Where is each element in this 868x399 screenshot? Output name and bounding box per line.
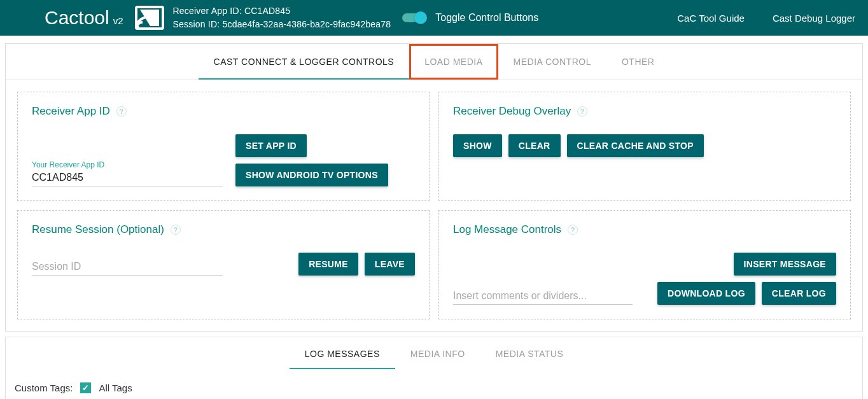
panel-receiver-app-id: Receiver App ID ? Your Receiver App ID S… [17,92,430,201]
toggle-switch[interactable] [402,13,424,22]
all-tags-label: All Tags [99,382,132,393]
insert-message-button[interactable]: INSERT MESSAGE [734,253,836,276]
cast-icon [135,6,164,30]
custom-tags-label: Custom Tags: [15,382,73,393]
receiver-app-id-value: CC1AD845 [244,6,290,16]
panels-grid: Receiver App ID ? Your Receiver App ID S… [6,80,862,331]
log-card: LOG MESSAGES MEDIA INFO MEDIA STATUS Cus… [5,337,863,399]
main-tabs: CAST CONNECT & LOGGER CONTROLS LOAD MEDI… [6,44,862,80]
log-tab-media-status[interactable]: MEDIA STATUS [480,337,579,369]
leave-button[interactable]: LEAVE [365,253,415,276]
help-icon[interactable]: ? [577,106,587,116]
tab-media-control[interactable]: MEDIA CONTROL [498,44,606,80]
overlay-show-button[interactable]: SHOW [453,134,502,157]
header-links: CaC Tool Guide Cast Debug Logger [677,13,855,24]
session-id-input[interactable] [32,260,223,274]
download-log-button[interactable]: DOWNLOAD LOG [657,282,755,305]
help-icon[interactable]: ? [568,225,578,235]
all-tags-checkbox[interactable]: ✓ [80,382,91,393]
receiver-app-id-label: Receiver App ID: [173,6,242,16]
session-id-input-group [32,260,223,276]
app-header: Cactool v2 Receiver App ID: CC1AD845 Ses… [0,0,868,36]
set-app-id-button[interactable]: SET APP ID [235,134,307,157]
toggle-label: Toggle Control Buttons [435,12,538,24]
show-android-tv-options-button[interactable]: SHOW ANDROID TV OPTIONS [235,164,388,186]
tab-cast-connect[interactable]: CAST CONNECT & LOGGER CONTROLS [199,44,410,80]
panel-title-receiver-app-id: Receiver App ID [32,105,110,118]
resume-button[interactable]: RESUME [298,253,358,276]
log-comment-input[interactable] [453,289,633,303]
panel-title-log-controls: Log Message Controls [453,223,561,236]
log-tab-messages[interactable]: LOG MESSAGES [290,337,395,369]
receiver-app-id-input-group: Your Receiver App ID [32,160,223,186]
cac-tool-guide-link[interactable]: CaC Tool Guide [677,13,745,24]
main-card: CAST CONNECT & LOGGER CONTROLS LOAD MEDI… [5,43,863,332]
overlay-clear-button[interactable]: CLEAR [508,134,561,157]
panel-log-controls: Log Message Controls ? INSERT MESSAGE DO… [438,210,851,319]
panel-resume-session: Resume Session (Optional) ? RESUME LEAVE [17,210,430,319]
custom-tags-row: Custom Tags: ✓ All Tags [6,370,862,396]
panel-title-debug-overlay: Receiver Debug Overlay [453,105,571,118]
overlay-clear-cache-button[interactable]: CLEAR CACHE AND STOP [567,134,704,157]
clear-log-button[interactable]: CLEAR LOG [762,282,836,305]
log-comment-input-group [453,289,633,305]
receiver-app-id-input-label: Your Receiver App ID [32,160,223,169]
session-info: Receiver App ID: CC1AD845 Session ID: 5c… [173,4,391,31]
toggle-control-buttons[interactable]: Toggle Control Buttons [402,12,538,24]
session-id-value: 5cdae4fa-32aa-4386-ba2c-9fac942bea78 [222,19,391,29]
help-icon[interactable]: ? [171,225,181,235]
brand-version: v2 [113,15,123,26]
svg-point-1 [136,25,139,29]
receiver-app-id-input[interactable] [32,171,223,185]
tab-load-media[interactable]: LOAD MEDIA [409,44,498,80]
log-tab-media-info[interactable]: MEDIA INFO [395,337,480,369]
panel-debug-overlay: Receiver Debug Overlay ? SHOW CLEAR CLEA… [438,92,851,201]
log-tabs: LOG MESSAGES MEDIA INFO MEDIA STATUS [6,337,862,370]
help-icon[interactable]: ? [116,106,127,116]
brand: Cactool v2 [45,7,123,29]
panel-title-resume-session: Resume Session (Optional) [32,223,164,236]
tab-other[interactable]: OTHER [606,44,670,80]
brand-name: Cactool [45,7,109,29]
session-id-label: Session ID: [173,19,220,29]
cast-debug-logger-link[interactable]: Cast Debug Logger [773,13,855,24]
